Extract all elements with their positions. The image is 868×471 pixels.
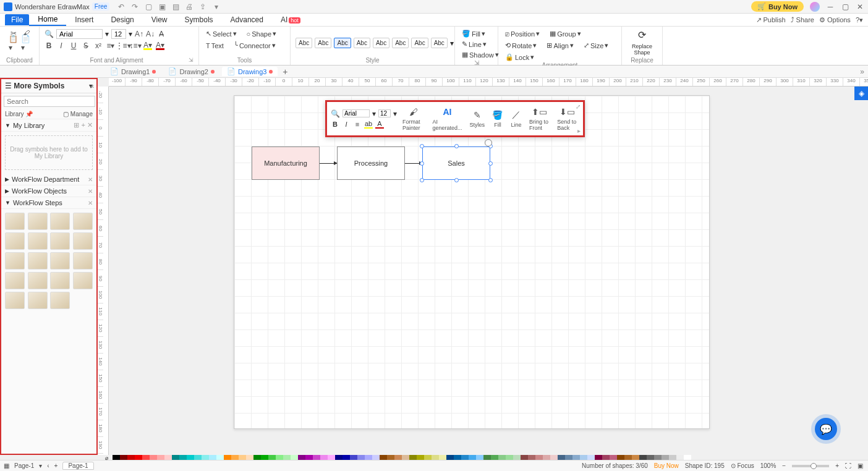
color-swatch[interactable]	[298, 455, 305, 460]
lock-button[interactable]: 🔒 Lock▾	[503, 53, 536, 62]
color-swatch[interactable]	[483, 455, 491, 460]
tab-drawing3[interactable]: 📄Drawing3	[222, 67, 278, 76]
color-swatch[interactable]	[276, 455, 283, 460]
ftb-send-back[interactable]: ⬇▭Send to Back	[555, 106, 579, 131]
maximize-icon[interactable]: ▢	[841, 2, 849, 11]
color-swatch[interactable]	[283, 455, 291, 460]
color-swatch[interactable]	[127, 455, 135, 460]
color-swatch[interactable]	[543, 455, 550, 460]
color-swatch[interactable]	[602, 455, 610, 460]
bold-icon[interactable]: B	[45, 41, 53, 50]
sb-focus-icon[interactable]: ⊙ Focus	[731, 462, 754, 469]
sb-fullscreen-icon[interactable]: ▣	[857, 462, 863, 469]
symbol-item[interactable]	[50, 213, 70, 230]
ftb-highlight-icon[interactable]: ab	[364, 120, 373, 129]
collapse-right-panel-icon[interactable]: »	[860, 67, 864, 76]
style-preset-7[interactable]: Abc	[411, 38, 428, 48]
qat-more-icon[interactable]: ▾	[212, 2, 221, 11]
color-swatch[interactable]	[291, 455, 298, 460]
style-preset-2[interactable]: Abc	[315, 38, 331, 48]
menu-insert[interactable]: Insert	[66, 14, 102, 25]
symbol-item[interactable]	[73, 232, 93, 250]
color-swatch[interactable]	[469, 455, 476, 460]
ftb-fill[interactable]: 🪣Fill	[490, 109, 505, 128]
page-canvas[interactable]: Manufacturing Processing Sales	[234, 95, 710, 429]
highlight-icon[interactable]: A▾	[143, 41, 152, 50]
color-swatch[interactable]	[246, 455, 253, 460]
color-swatch[interactable]	[365, 455, 372, 460]
symbol-item[interactable]	[5, 213, 25, 230]
color-swatch[interactable]	[187, 455, 194, 460]
color-swatch[interactable]	[565, 455, 572, 460]
qat-icon-3[interactable]: ▤	[171, 2, 180, 11]
collapse-panel-icon[interactable]: «	[90, 82, 94, 90]
color-swatch[interactable]	[224, 455, 231, 460]
color-swatch[interactable]	[610, 455, 617, 460]
ftb-format-painter[interactable]: 🖌Format Painter	[401, 106, 427, 131]
symbol-item[interactable]	[28, 292, 48, 309]
color-swatch[interactable]	[179, 455, 187, 460]
menu-design[interactable]: Design	[102, 14, 142, 25]
underline-icon[interactable]: U	[69, 41, 78, 50]
color-swatch[interactable]	[335, 455, 343, 460]
color-swatch[interactable]	[624, 455, 632, 460]
menu-home[interactable]: Home	[29, 14, 66, 26]
color-swatch[interactable]	[476, 455, 483, 460]
decrease-font-icon[interactable]: A↓	[146, 30, 155, 38]
help-chat-icon[interactable]: 💬	[815, 418, 837, 440]
color-swatch[interactable]	[461, 455, 469, 460]
color-swatch[interactable]	[135, 455, 142, 460]
close-icon[interactable]: ✕	[856, 2, 864, 11]
color-swatch[interactable]	[350, 455, 357, 460]
color-swatch[interactable]	[417, 455, 424, 460]
color-swatch[interactable]	[194, 455, 202, 460]
color-swatch[interactable]	[513, 455, 521, 460]
section-my-library[interactable]: ▼My Library⊞ + ✕	[1, 119, 96, 132]
color-swatch[interactable]	[261, 455, 268, 460]
color-swatch[interactable]	[313, 455, 320, 460]
symbol-item[interactable]	[28, 213, 48, 230]
sb-prev-page-icon[interactable]: ‹	[47, 462, 49, 469]
size-button[interactable]: ⤢ Size▾	[582, 41, 610, 50]
position-button[interactable]: ⎚ Position▾	[503, 29, 542, 38]
ftb-bold-icon[interactable]: B	[331, 120, 339, 129]
superscript-icon[interactable]: x²	[94, 41, 103, 50]
connector-tool[interactable]: ╰ Connector▾	[232, 41, 278, 50]
style-preset-8[interactable]: Abc	[431, 38, 448, 48]
symbol-item[interactable]	[28, 232, 48, 250]
ftb-fontcolor-icon[interactable]: A	[375, 120, 384, 129]
color-swatch[interactable]	[676, 455, 684, 460]
minimize-icon[interactable]: ─	[826, 2, 835, 11]
symbol-item[interactable]	[5, 232, 25, 250]
color-swatch[interactable]	[343, 455, 350, 460]
shape-manufacturing[interactable]: Manufacturing	[252, 146, 320, 180]
color-swatch[interactable]	[372, 455, 380, 460]
tab-drawing2[interactable]: 📄Drawing2	[163, 67, 219, 76]
library-label[interactable]: Library 📌	[5, 111, 33, 117]
sb-fit-icon[interactable]: ⛶	[845, 462, 851, 469]
color-swatch[interactable]	[164, 455, 172, 460]
manage-button[interactable]: ▢ Manage	[63, 111, 93, 117]
color-swatch[interactable]	[320, 455, 328, 460]
canvas-area[interactable]: -100-90-80-70-60-50-40-30-20-10010203040…	[98, 78, 868, 455]
color-swatch[interactable]	[446, 455, 454, 460]
color-swatch[interactable]	[402, 455, 409, 460]
italic-icon[interactable]: I	[57, 41, 66, 50]
symbol-item[interactable]	[28, 252, 48, 269]
publish-button[interactable]: ↗ Publish	[756, 16, 786, 24]
ftb-expand-icon[interactable]: ⤢	[576, 103, 581, 110]
ftb-font-name[interactable]	[343, 109, 370, 117]
replace-shape-icon[interactable]: ⟳	[638, 29, 646, 41]
align-left-icon[interactable]: ≡▾	[106, 41, 115, 50]
symbol-item[interactable]	[50, 232, 70, 250]
color-swatch[interactable]	[439, 455, 446, 460]
symbol-item[interactable]	[73, 213, 93, 230]
symbol-item[interactable]	[73, 272, 93, 289]
sb-grid-icon[interactable]: ▦	[4, 462, 9, 469]
shape-tool[interactable]: ○ Shape▾	[245, 29, 278, 38]
color-swatch[interactable]	[535, 455, 543, 460]
color-swatch[interactable]	[268, 455, 276, 460]
tab-drawing1[interactable]: 📄Drawing1	[105, 67, 161, 76]
color-swatch[interactable]	[424, 455, 432, 460]
rotate-button[interactable]: ⟲ Rotate▾	[503, 41, 538, 50]
